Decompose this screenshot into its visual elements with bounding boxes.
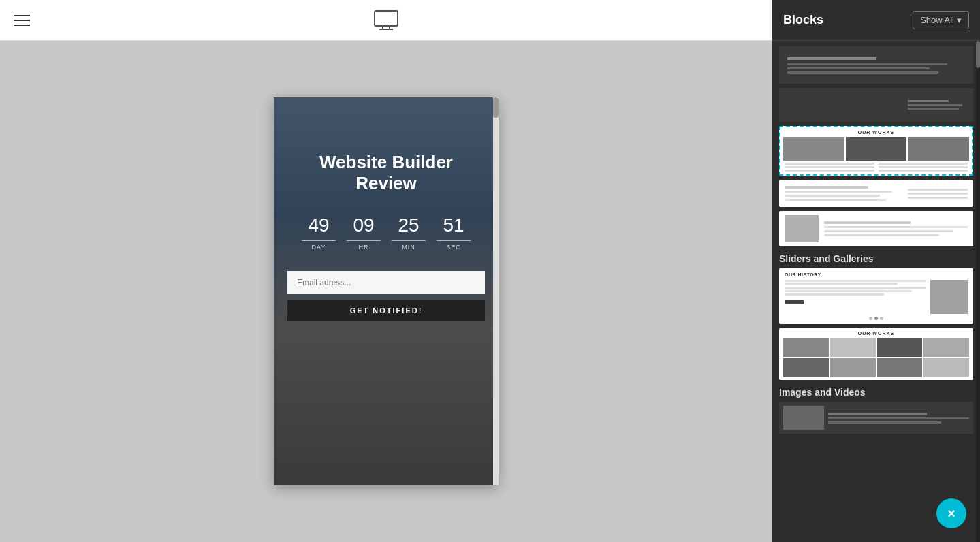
email-input[interactable] <box>287 271 485 294</box>
countdown-day-label: DAY <box>312 244 326 251</box>
countdown-hr: 09 HR <box>347 214 381 251</box>
show-all-button[interactable]: Show All ▾ <box>913 11 969 29</box>
countdown-min: 25 MIN <box>392 214 426 251</box>
countdown-min-number: 25 <box>392 214 426 241</box>
monitor-icon <box>374 10 398 31</box>
block-thumb-dark-text[interactable] <box>779 46 973 84</box>
block-thumb-text-small[interactable] <box>779 180 973 207</box>
section-label-sliders: Sliders and Galleries <box>779 253 973 264</box>
countdown-sec: 51 SEC <box>437 214 471 251</box>
countdown-day: 49 DAY <box>302 214 336 251</box>
countdown-day-number: 49 <box>302 214 336 241</box>
countdown-hr-number: 09 <box>347 214 381 241</box>
sidebar-content: OUR WORKS <box>772 41 980 542</box>
section-label-images: Images and Videos <box>779 387 973 398</box>
countdown-sec-label: SEC <box>446 244 461 251</box>
preview-content: Website Builder Review 49 DAY 09 HR 25 M… <box>274 97 499 485</box>
countdown-min-label: MIN <box>402 244 415 251</box>
close-button[interactable]: × <box>936 498 966 528</box>
block-thumb-history-slider[interactable]: OUR HISTORY <box>779 268 973 324</box>
show-all-arrow: ▾ <box>957 15 962 25</box>
countdown-sec-number: 51 <box>437 214 471 241</box>
preview-scrollbar[interactable] <box>493 97 499 485</box>
preview-title: Website Builder Review <box>287 152 485 194</box>
countdown-hr-label: HR <box>359 244 369 251</box>
svg-rect-0 <box>375 11 398 26</box>
sidebar-header: Blocks Show All ▾ <box>772 0 980 41</box>
toolbar <box>0 0 772 41</box>
notify-button[interactable]: GET NOTIFIED! <box>287 300 485 321</box>
monitor-view-toggle[interactable] <box>374 10 398 31</box>
preview-frame: Website Builder Review 49 DAY 09 HR 25 M… <box>274 97 499 485</box>
block-thumb-image-video[interactable] <box>779 402 973 434</box>
hamburger-menu[interactable] <box>14 15 30 26</box>
block-thumb-our-works-gallery[interactable]: OUR WORKS <box>779 328 973 380</box>
main-canvas-area: Website Builder Review 49 DAY 09 HR 25 M… <box>0 0 772 542</box>
countdown: 49 DAY 09 HR 25 MIN 51 SEC <box>302 214 471 251</box>
block-thumb-image-right[interactable] <box>779 88 973 122</box>
block-thumb-works-selected[interactable]: OUR WORKS <box>779 126 973 176</box>
email-input-wrap <box>287 271 485 294</box>
sidebar-title: Blocks <box>783 13 823 27</box>
preview-scrollbar-thumb <box>493 97 499 118</box>
sidebar-scrollbar[interactable] <box>976 41 980 542</box>
show-all-label: Show All <box>920 15 954 25</box>
canvas-area: Website Builder Review 49 DAY 09 HR 25 M… <box>0 41 772 542</box>
sidebar-scrollbar-thumb <box>976 41 980 68</box>
block-thumb-two-col[interactable] <box>779 211 973 246</box>
blocks-sidebar: Blocks Show All ▾ <box>772 0 980 542</box>
